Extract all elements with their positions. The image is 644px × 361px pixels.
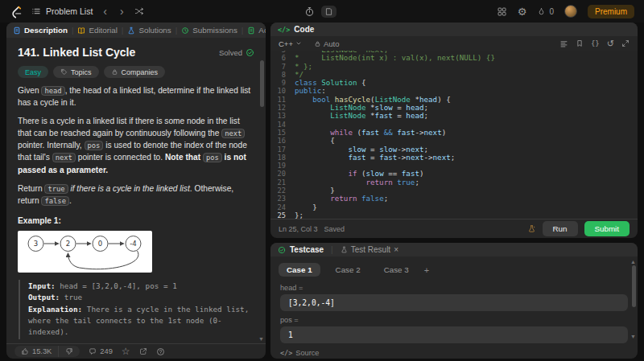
tab-test-result[interactable]: Test Result × xyxy=(341,245,398,254)
code-editor[interactable]: 5* ListNode *next;6* ListNode(int x) : v… xyxy=(270,51,638,219)
field-label-head: head = xyxy=(270,279,638,294)
scrollbar-thumb[interactable] xyxy=(260,60,264,107)
flask-icon xyxy=(127,27,135,35)
premium-button[interactable]: Premium xyxy=(588,5,634,18)
line-number: 23 xyxy=(270,195,295,203)
like-button[interactable]: 15.3K xyxy=(14,346,58,357)
code-line: 18 fast = fast->next->next; xyxy=(270,154,638,162)
scroll-up-icon[interactable]: ▲ xyxy=(630,259,636,265)
example1-label: Example 1: xyxy=(18,216,254,225)
svg-text:-4: -4 xyxy=(130,240,136,248)
dislike-button[interactable] xyxy=(58,346,80,357)
example1-diagram: 3 2 0 -4 xyxy=(18,231,152,273)
avatar[interactable] xyxy=(564,5,577,18)
lock-icon xyxy=(314,40,321,47)
pos-input[interactable]: 1 xyxy=(280,326,628,343)
brackets-icon[interactable]: {} xyxy=(591,39,600,47)
tab-accepted[interactable]: Accepted × xyxy=(247,26,266,35)
prev-problem-button[interactable]: ‹ xyxy=(101,6,109,17)
add-case-button[interactable]: + xyxy=(424,265,429,275)
submission-doc-icon xyxy=(247,27,255,35)
svg-text:0: 0 xyxy=(98,240,102,248)
language-selector[interactable]: C++ xyxy=(279,39,302,48)
submit-button[interactable]: Submit xyxy=(584,221,630,236)
case-tabs: Case 1 Case 2 Case 3 + xyxy=(270,256,638,279)
share-icon[interactable] xyxy=(139,347,147,355)
topics-button[interactable]: Topics xyxy=(53,66,99,78)
main-area: Description | Editorial | Solutions | xyxy=(0,23,644,359)
close-tab-icon[interactable]: × xyxy=(394,245,398,254)
right-column: </> Code C++ Auto xyxy=(270,23,638,359)
scrollbar-thumb[interactable] xyxy=(632,265,636,307)
code-panel-header: </> Code xyxy=(270,23,638,36)
comment-count: 249 xyxy=(100,347,113,355)
editor-statusbar: Ln 25, Col 3 Saved Run Submit xyxy=(270,219,638,238)
run-button[interactable]: Run xyxy=(543,221,578,236)
problem-title: 141. Linked List Cycle xyxy=(18,46,135,59)
document-icon xyxy=(13,27,21,35)
code-line: 23 return false; xyxy=(270,195,638,203)
testcase-header: Testcase | Test Result × xyxy=(270,243,638,256)
timer-icon[interactable] xyxy=(304,6,315,17)
comments-button[interactable]: 249 xyxy=(89,347,113,355)
case-3-tab[interactable]: Case 3 xyxy=(376,263,417,277)
problem-list-nav[interactable]: Problem List xyxy=(31,6,93,16)
problem-paragraph: Given head, the head of a linked list, d… xyxy=(18,84,254,109)
auto-toggle[interactable]: Auto xyxy=(314,39,340,48)
svg-text:2: 2 xyxy=(66,240,70,248)
next-problem-button[interactable]: › xyxy=(118,6,126,17)
reset-code-icon[interactable]: ↺ xyxy=(607,39,614,48)
debugger-icon[interactable] xyxy=(527,224,536,233)
code-line: 7* }; xyxy=(270,63,638,71)
companies-button[interactable]: Companies xyxy=(104,66,166,78)
code-text: fast = fast->next->next; xyxy=(295,154,455,162)
gear-icon[interactable]: ⚙ xyxy=(518,6,527,17)
case-1-tab[interactable]: Case 1 xyxy=(279,263,320,277)
leetcode-logo[interactable] xyxy=(10,5,23,18)
head-input[interactable]: [3,2,0,-4] xyxy=(280,294,628,311)
case-2-tab[interactable]: Case 2 xyxy=(328,263,369,277)
history-icon xyxy=(181,27,189,35)
line-number: 11 xyxy=(270,96,295,104)
line-number: 21 xyxy=(270,178,295,187)
field-label-pos: pos = xyxy=(270,311,638,326)
code-icon: </> xyxy=(278,26,290,34)
streak-counter[interactable]: 0 xyxy=(537,6,554,17)
tab-solutions[interactable]: Solutions xyxy=(127,26,171,35)
line-number: 15 xyxy=(270,129,295,137)
code-text: ListNode *fast = head; xyxy=(295,112,428,120)
favorite-star-icon[interactable]: ☆ xyxy=(122,347,130,356)
source-link[interactable]: </> Source xyxy=(270,343,638,357)
description-footer: 15.3K 249 ☆ xyxy=(6,343,266,359)
tab-description[interactable]: Description xyxy=(13,26,68,35)
format-code-icon[interactable] xyxy=(559,39,568,48)
check-circle-icon xyxy=(246,48,254,57)
shuffle-icon[interactable] xyxy=(134,6,144,16)
tab-testcase[interactable]: Testcase xyxy=(290,245,324,254)
help-icon[interactable] xyxy=(156,347,165,356)
tab-submissions[interactable]: Submissions xyxy=(181,26,237,35)
line-number: 6 xyxy=(270,54,295,62)
scroll-down-icon[interactable]: ▼ xyxy=(630,334,636,339)
description-content: 141. Linked List Cycle Solved Easy Topic… xyxy=(6,38,266,343)
layout-grid-icon[interactable] xyxy=(497,6,507,17)
line-number: 19 xyxy=(270,162,295,170)
line-number: 20 xyxy=(270,170,295,178)
fullscreen-icon[interactable] xyxy=(621,39,630,47)
description-panel: Description | Editorial | Solutions | xyxy=(6,23,266,359)
tab-editorial[interactable]: Editorial xyxy=(77,26,117,35)
book-icon xyxy=(77,27,85,35)
code-line: 13 ListNode *fast = head; xyxy=(270,112,638,120)
bookmark-icon[interactable] xyxy=(576,39,584,47)
thumbs-down-icon xyxy=(65,347,73,355)
like-count: 15.3K xyxy=(32,347,52,355)
line-number: 13 xyxy=(270,112,295,120)
code-tab-label[interactable]: Code xyxy=(294,25,314,34)
tag-icon xyxy=(60,68,68,76)
solved-badge: Solved xyxy=(219,48,254,57)
difficulty-badge[interactable]: Easy xyxy=(18,66,48,78)
notes-icon[interactable] xyxy=(321,6,336,18)
line-number: 10 xyxy=(270,87,295,95)
cursor-position: Ln 25, Col 3 xyxy=(279,225,318,233)
scroll-down-icon[interactable]: ▼ xyxy=(258,336,264,342)
